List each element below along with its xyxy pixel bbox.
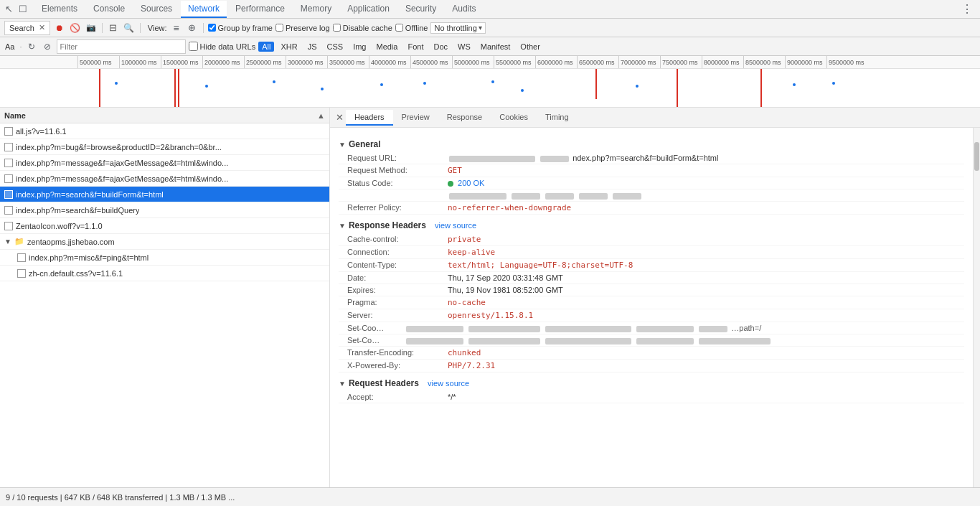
tab-network[interactable]: Network (181, 1, 227, 18)
filter-clear-button[interactable]: ⊘ (41, 40, 54, 53)
tab-headers[interactable]: Headers (346, 110, 393, 126)
item-checkbox-1[interactable] (4, 127, 13, 136)
response-headers-view-source[interactable]: view source (435, 221, 476, 230)
request-headers-view-source[interactable]: view source (428, 379, 469, 388)
cache-control-value: private (448, 235, 481, 244)
toolbar-sep-2 (140, 23, 141, 33)
tab-audits[interactable]: Audits (445, 1, 483, 18)
tab-cookies[interactable]: Cookies (491, 110, 537, 126)
name-sort-arrow[interactable]: ▲ (317, 111, 325, 120)
preserve-log-checkbox[interactable] (275, 24, 283, 32)
sc2-b4 (636, 338, 694, 345)
mobile-icon[interactable]: ☐ (17, 4, 29, 15)
throttle-select[interactable]: No throttling ▾ (430, 22, 485, 34)
list-item[interactable]: index.php?m=message&f=ajaxGetMessage&t=h… (0, 155, 329, 171)
search-button[interactable]: 🔍 (123, 22, 136, 34)
ruler-tick-13: 6500000 ms (577, 56, 618, 69)
offline-checkbox[interactable] (395, 24, 403, 32)
tab-performance[interactable]: Performance (228, 1, 292, 18)
left-panel: Name ▲ all.js?v=11.6.1 index.php?m=bug&f… (0, 108, 330, 487)
list-item[interactable]: index.php?m=search&f=buildQuery (0, 202, 329, 218)
general-section-header[interactable]: ▼ General (339, 139, 964, 149)
list-item[interactable]: ZentaoIcon.woff?v=1.1.0 (0, 218, 329, 234)
tl-dot-7 (491, 80, 494, 83)
item-checkbox-6[interactable] (4, 206, 13, 215)
tab-elements[interactable]: Elements (34, 1, 85, 18)
tree-view-button[interactable]: ⊕ (186, 22, 199, 34)
search-tab[interactable]: Search ✕ (4, 21, 50, 35)
hide-data-urls-checkbox[interactable] (189, 42, 198, 51)
panel-scrollbar[interactable] (973, 128, 980, 487)
filter-tag-doc[interactable]: Doc (430, 42, 451, 52)
item-checkbox-3[interactable] (4, 159, 13, 167)
list-item[interactable]: index.php?m=misc&f=ping&t=html (0, 250, 329, 266)
tab-application[interactable]: Application (340, 1, 397, 18)
font-size-aa[interactable]: Aa (3, 42, 17, 51)
filter-tag-other[interactable]: Other (517, 42, 544, 52)
filter-tag-img[interactable]: Img (349, 42, 369, 52)
filter-button[interactable]: ⊟ (107, 22, 120, 34)
filter-refresh-button[interactable]: ↻ (25, 40, 38, 53)
filter-tag-manifest[interactable]: Manifest (477, 42, 514, 52)
list-item[interactable]: all.js?v=11.6.1 (0, 123, 329, 139)
tab-timing[interactable]: Timing (537, 110, 578, 126)
more-menu-icon[interactable]: ⋮ (957, 2, 977, 16)
disable-cache-checkbox[interactable] (333, 24, 341, 32)
tl-dot-4 (321, 88, 324, 90)
list-item[interactable]: index.php?m=message&f=ajaxGetMessage&t=h… (0, 171, 329, 187)
response-headers-section-header[interactable]: ▼ Response Headers view source (339, 220, 964, 230)
filter-tag-media[interactable]: Media (372, 42, 401, 52)
filter-tag-css[interactable]: CSS (324, 42, 347, 52)
list-item[interactable]: index.php?m=search&f=buildForm&t=html (0, 187, 329, 202)
clear-button[interactable]: 🚫 (69, 22, 82, 34)
filter-tag-xhr[interactable]: XHR (277, 42, 301, 52)
request-headers-arrow-icon: ▼ (339, 380, 346, 388)
filter-tag-all[interactable]: All (258, 42, 274, 52)
hide-data-urls-group[interactable]: Hide data URLs (189, 42, 256, 51)
scrollbar-thumb[interactable] (974, 142, 979, 171)
item-checkbox-2[interactable] (4, 143, 13, 151)
item-checkbox-4[interactable] (4, 174, 13, 183)
disable-cache-checkbox-group[interactable]: Disable cache (333, 24, 392, 32)
filter-input-wrap[interactable] (57, 39, 186, 54)
folder-item[interactable]: ▼ 📁 zentaopms.jjshebao.com (0, 234, 329, 250)
item-checkbox-7[interactable] (4, 222, 13, 230)
tab-console[interactable]: Console (86, 1, 132, 18)
tl-dot-8 (521, 89, 524, 92)
item-text-8: index.php?m=misc&f=ping&t=html (29, 253, 149, 262)
group-by-frame-checkbox-group[interactable]: Group by frame (208, 24, 273, 32)
tab-memory[interactable]: Memory (293, 1, 339, 18)
group-by-frame-checkbox[interactable] (208, 24, 216, 32)
search-tab-close[interactable]: ✕ (39, 23, 45, 32)
list-item[interactable]: index.php?m=bug&f=browse&productID=2&bra… (0, 139, 329, 155)
preserve-log-checkbox-group[interactable]: Preserve log (275, 24, 330, 32)
ruler-tick-18: 9000000 ms (785, 56, 826, 69)
ruler-tick-6: 3000000 ms (286, 56, 327, 69)
hide-data-urls-label: Hide data URLs (200, 42, 256, 51)
addr-blurred-2 (512, 193, 540, 200)
request-headers-section-header[interactable]: ▼ Request Headers view source (339, 378, 964, 388)
tl-dot-6 (423, 82, 426, 85)
cursor-icon[interactable]: ↖ (3, 4, 14, 15)
offline-checkbox-group[interactable]: Offline (395, 24, 428, 32)
item-checkbox-8[interactable] (17, 253, 26, 262)
filter-tag-js[interactable]: JS (304, 42, 321, 52)
panel-close-button[interactable]: ✕ (333, 111, 346, 124)
tab-preview[interactable]: Preview (393, 110, 438, 126)
tab-response[interactable]: Response (438, 110, 491, 126)
filter-input[interactable] (60, 42, 182, 51)
x-powered-by-row: X-Powered-By: PHP/7.2.31 (339, 360, 964, 373)
item-checkbox-5[interactable] (4, 190, 13, 199)
throttle-dropdown-icon: ▾ (479, 24, 482, 32)
list-view-button[interactable]: ≡ (170, 22, 183, 34)
filter-tag-ws[interactable]: WS (454, 42, 474, 52)
record-button[interactable]: ⏺ (53, 22, 66, 34)
tab-security[interactable]: Security (398, 1, 443, 18)
sc2-b1 (406, 338, 463, 345)
camera-button[interactable]: 📷 (85, 22, 98, 34)
cache-control-row: Cache-control: private (339, 233, 964, 246)
item-checkbox-9[interactable] (17, 269, 26, 278)
list-item[interactable]: zh-cn.default.css?v=11.6.1 (0, 266, 329, 281)
filter-tag-font[interactable]: Font (404, 42, 427, 52)
tab-sources[interactable]: Sources (133, 1, 179, 18)
